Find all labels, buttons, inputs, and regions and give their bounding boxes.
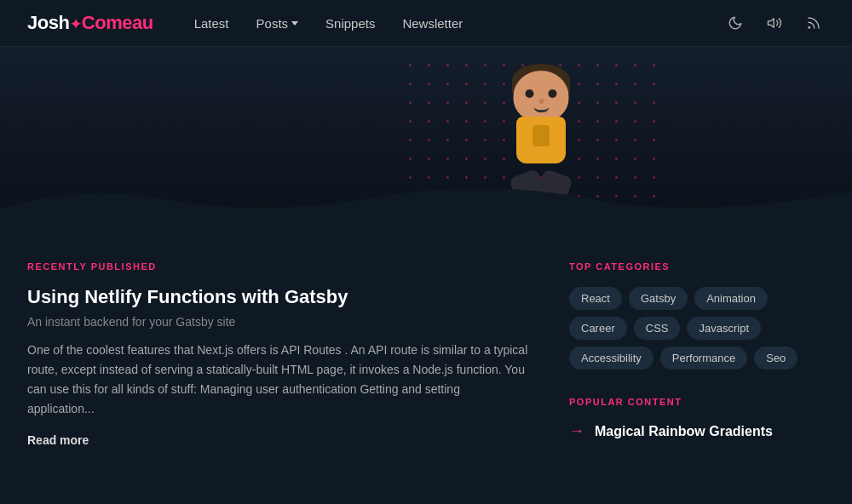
category-tag[interactable]: Animation — [694, 287, 768, 310]
hero-section — [0, 47, 852, 234]
dot — [446, 101, 449, 104]
category-tag[interactable]: CSS — [634, 317, 681, 340]
dot — [653, 158, 655, 160]
chevron-down-icon — [291, 21, 298, 26]
dot — [428, 139, 430, 141]
dot — [465, 158, 468, 160]
dot — [596, 158, 599, 160]
main-nav: Latest Posts Snippets Newsletter — [194, 16, 724, 31]
dot — [596, 101, 599, 104]
dot — [428, 158, 430, 160]
dot — [634, 158, 636, 160]
dot — [596, 120, 599, 123]
header-icons — [724, 12, 825, 34]
char-shirt-detail — [532, 125, 550, 146]
article-title[interactable]: Using Netlify Functions with Gatsby — [27, 285, 528, 310]
char-head — [514, 71, 569, 122]
dot — [465, 83, 468, 85]
dot — [409, 101, 412, 104]
category-tag[interactable]: Performance — [660, 346, 747, 369]
dot — [596, 139, 599, 141]
top-categories-label: TOP CATEGORIES — [569, 261, 825, 272]
char-mouth — [533, 106, 549, 112]
dot — [446, 139, 449, 141]
popular-item[interactable]: → Magical Rainbow Gradients — [569, 422, 825, 440]
category-tag[interactable]: Javascript — [687, 317, 761, 340]
dot — [615, 158, 618, 160]
dot — [615, 83, 618, 85]
left-column: RECENTLY PUBLISHED Using Netlify Functio… — [27, 261, 528, 448]
dot — [428, 120, 430, 123]
article-subtitle: An instant backend for your Gatsby site — [27, 315, 528, 329]
dot — [634, 139, 636, 141]
right-column: TOP CATEGORIES ReactGatsbyAnimationCaree… — [569, 261, 825, 448]
dot — [634, 120, 636, 123]
recently-published-label: RECENTLY PUBLISHED — [27, 261, 528, 272]
article-excerpt: One of the coolest features that Next.js… — [27, 341, 528, 419]
read-more-link[interactable]: Read more — [27, 433, 89, 447]
popular-arrow-icon: → — [569, 422, 584, 440]
popular-item-title: Magical Rainbow Gradients — [595, 424, 773, 439]
dot — [428, 83, 430, 85]
dot — [653, 101, 655, 104]
nav-newsletter[interactable]: Newsletter — [402, 16, 463, 31]
dot — [634, 101, 636, 104]
dot — [615, 120, 618, 123]
dot — [465, 64, 468, 66]
dot — [615, 64, 618, 66]
dot — [465, 120, 468, 123]
dot — [465, 101, 468, 104]
category-tag[interactable]: Career — [569, 317, 627, 340]
dot — [465, 139, 468, 141]
char-nose — [538, 99, 544, 104]
dot — [409, 158, 412, 160]
sound-button[interactable] — [763, 12, 786, 34]
category-tag[interactable]: Accessibility — [569, 346, 653, 369]
dot — [446, 120, 449, 123]
dot — [634, 64, 636, 66]
rss-button[interactable] — [803, 12, 825, 34]
category-tag[interactable]: React — [569, 287, 622, 310]
svg-marker-0 — [769, 19, 774, 28]
dot — [653, 139, 655, 141]
dot — [615, 101, 618, 104]
char-eye-right — [549, 89, 557, 98]
dot — [653, 83, 655, 85]
svg-point-1 — [809, 27, 810, 29]
dot — [409, 120, 412, 123]
dot — [653, 120, 655, 123]
hero-wave — [0, 175, 852, 234]
logo-star: ✦ — [70, 17, 81, 32]
dot — [446, 158, 449, 160]
header: Josh✦Comeau Latest Posts Snippets Newsle… — [0, 0, 852, 47]
dot — [596, 64, 599, 66]
dot — [428, 64, 430, 66]
dot — [446, 83, 449, 85]
logo-text: Josh✦Comeau — [27, 12, 153, 34]
dot — [615, 139, 618, 141]
dot — [409, 64, 412, 66]
dot — [596, 83, 599, 85]
main-content: RECENTLY PUBLISHED Using Netlify Functio… — [0, 234, 852, 448]
logo[interactable]: Josh✦Comeau — [27, 12, 153, 34]
nav-posts[interactable]: Posts — [256, 16, 299, 31]
nav-latest[interactable]: Latest — [194, 16, 229, 31]
char-torso — [516, 117, 566, 163]
dot — [653, 64, 655, 66]
dark-mode-button[interactable] — [724, 12, 746, 34]
dot — [446, 64, 449, 66]
tags-container: ReactGatsbyAnimationCareerCSSJavascriptA… — [569, 287, 825, 369]
dot — [634, 83, 636, 85]
category-tag[interactable]: Gatsby — [629, 287, 688, 310]
dot — [409, 83, 412, 85]
dot — [428, 101, 430, 104]
dot — [409, 139, 412, 141]
nav-snippets[interactable]: Snippets — [325, 16, 375, 31]
popular-content-label: POPULAR CONTENT — [569, 397, 825, 407]
char-eye-left — [526, 89, 534, 98]
category-tag[interactable]: Seo — [754, 346, 797, 369]
